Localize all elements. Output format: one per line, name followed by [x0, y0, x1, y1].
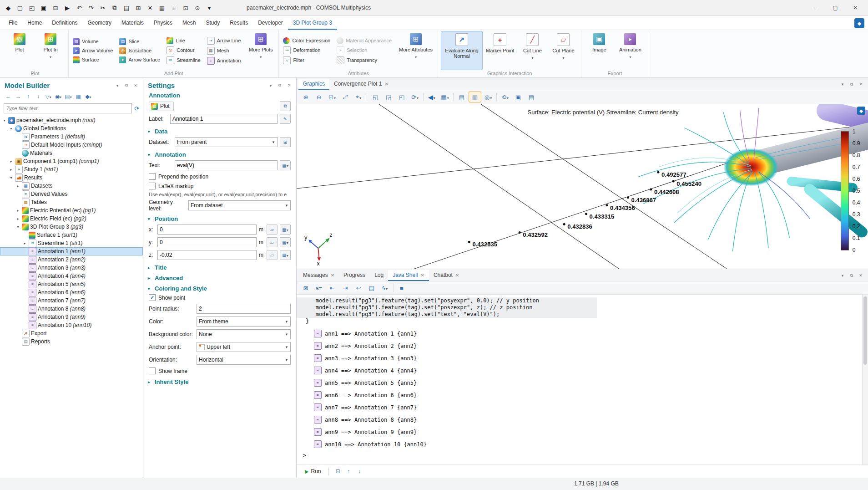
titlebar-tool-icon[interactable]: ▾: [204, 2, 215, 13]
console-prompt[interactable]: >: [297, 452, 868, 460]
model-builder-tool-icon[interactable]: →: [14, 92, 23, 101]
section-header-title[interactable]: ▸ Title: [143, 261, 296, 272]
color-select[interactable]: From theme ▼: [197, 316, 291, 327]
graphics-tool-icon[interactable]: ⊖: [313, 92, 325, 102]
java-shell-tool-icon[interactable]: ϟ: [378, 282, 391, 293]
console-tab[interactable]: Messages ✕: [298, 270, 339, 281]
tree-item[interactable]: ▸ Electric Potential (ec) (pg1): [0, 206, 143, 214]
java-shell-tool-icon[interactable]: ⊠: [299, 282, 312, 293]
graphics-tool-icon[interactable]: ▦: [439, 92, 451, 102]
ribbon-item[interactable]: Selection: [335, 46, 393, 55]
ribbon-big-button[interactable]: More Attributes: [397, 31, 435, 70]
titlebar-tool-icon[interactable]: ▦: [156, 2, 167, 13]
titlebar-tool-icon[interactable]: ⊞: [133, 2, 144, 13]
graphics-tab[interactable]: Convergence Plot 1 ✕: [329, 79, 393, 90]
graphics-tool-icon[interactable]: ◎: [482, 92, 495, 102]
model-builder-tool-icon[interactable]: ◆: [84, 92, 93, 101]
graphics-tool-icon[interactable]: ◲: [382, 92, 395, 102]
section-header-coloring[interactable]: ▾ Coloring and Style: [143, 282, 296, 293]
section-header-annotation[interactable]: ▾ Annotation: [143, 148, 296, 159]
titlebar-tool-icon[interactable]: ↶: [74, 2, 85, 13]
tree-item[interactable]: ▸ Study 1 (std1): [0, 165, 143, 174]
close-icon[interactable]: ✕: [384, 82, 388, 87]
ribbon-item[interactable]: Contour: [165, 46, 202, 55]
tree-item[interactable]: Export: [0, 329, 143, 337]
ribbon-big-button[interactable]: Animation: [615, 31, 645, 70]
tree-item[interactable]: Default Model Inputs (cminpt): [0, 141, 143, 149]
tree-item[interactable]: Tables: [0, 198, 143, 206]
graphics-tool-icon[interactable]: ▣: [512, 92, 525, 102]
titlebar-tool-icon[interactable]: ▣: [38, 2, 49, 13]
refresh-icon[interactable]: ⟳: [134, 105, 139, 112]
panel-control-icon[interactable]: ▾: [839, 272, 846, 279]
run-bar-icon[interactable]: ↓: [355, 467, 364, 476]
dataset-select[interactable]: From parent ▼: [175, 137, 278, 147]
close-icon[interactable]: ✕: [455, 273, 459, 278]
section-header-data[interactable]: ▾ Data: [143, 125, 296, 136]
ribbon-tab[interactable]: Materials: [116, 17, 149, 30]
ribbon-tab[interactable]: Study: [201, 17, 225, 30]
tree-item[interactable]: ▸ Electric Field (ec) (pg2): [0, 214, 143, 223]
panel-control-icon[interactable]: ⧉: [276, 82, 283, 89]
tree-item[interactable]: Reports: [0, 337, 143, 346]
plot-in-window-icon[interactable]: ⧉: [280, 101, 291, 111]
ribbon-big-button[interactable]: Marker Point: [484, 31, 516, 70]
ribbon-item[interactable]: Slice: [118, 38, 161, 46]
ribbon-item[interactable]: Line: [165, 37, 202, 45]
ribbon-tab[interactable]: Mesh: [177, 17, 201, 30]
ribbon-big-button[interactable]: Image: [584, 31, 614, 70]
ribbon-item[interactable]: Volume: [71, 38, 114, 46]
expression-menu-icon[interactable]: ▦: [280, 225, 291, 235]
latex-markup-checkbox[interactable]: [149, 183, 156, 189]
panel-control-icon[interactable]: ?: [285, 82, 293, 89]
range-icon[interactable]: ▱: [267, 250, 278, 260]
titlebar-tool-icon[interactable]: ≡: [168, 2, 179, 13]
panel-control-icon[interactable]: ⧉: [848, 272, 855, 279]
tree-item[interactable]: Parameters 1 (default): [0, 133, 143, 141]
graphics-tool-icon[interactable]: ⊕: [299, 92, 312, 102]
console-tab[interactable]: Chatbot ✕: [429, 270, 464, 281]
tree-item[interactable]: Annotation 3 (ann3): [0, 264, 143, 272]
tree-item[interactable]: Annotation 7 (ann7): [0, 296, 143, 305]
panel-control-icon[interactable]: ▾: [839, 81, 846, 88]
tree-expander-icon[interactable]: ▾: [9, 176, 14, 180]
tree-expander-icon[interactable]: ▸: [15, 184, 20, 188]
model-builder-tool-icon[interactable]: ▤: [64, 92, 73, 101]
tree-expander-icon[interactable]: ▸: [9, 168, 14, 172]
ribbon-big-button[interactable]: Evaluate Along Normal: [441, 31, 483, 70]
panel-control-icon[interactable]: ✕: [857, 81, 864, 88]
graphics-tool-icon[interactable]: ▤: [455, 92, 468, 102]
insert-expression-icon[interactable]: ▦: [280, 160, 291, 170]
tree-item[interactable]: ▸ Datasets: [0, 182, 143, 190]
run-button[interactable]: Run: [301, 467, 324, 475]
point-radius-input[interactable]: [197, 304, 291, 314]
section-header-inherit-style[interactable]: ▸ Inherit Style: [143, 376, 296, 386]
java-shell-tool-icon[interactable]: ⇤: [326, 282, 338, 293]
graphics-tool-icon[interactable]: ◰: [395, 92, 408, 102]
graphics-tool-icon[interactable]: ⤢: [339, 92, 352, 102]
ribbon-item[interactable]: Isosurface: [118, 47, 161, 55]
tree-item[interactable]: Surface 1 (surf1): [0, 231, 143, 239]
range-icon[interactable]: ▱: [267, 237, 278, 247]
ribbon-tab[interactable]: File: [4, 17, 22, 30]
ribbon-tab[interactable]: Physics: [149, 17, 177, 30]
annotation-text-input[interactable]: [175, 160, 278, 170]
java-shell-tool-icon[interactable]: ⇥: [339, 282, 352, 293]
ribbon-item[interactable]: Transparency: [335, 56, 393, 65]
model-builder-tool-icon[interactable]: ◉: [54, 92, 63, 101]
ribbon-item[interactable]: Filter: [282, 56, 332, 65]
graphics-tool-icon[interactable]: ⟲: [499, 92, 511, 102]
console-tab[interactable]: Progress ✕: [339, 270, 370, 281]
rename-icon[interactable]: ✎: [280, 114, 291, 124]
plot-area[interactable]: Surface: Electric potential (V) Streamli…: [297, 104, 868, 269]
java-shell-tool-icon[interactable]: ↩: [352, 282, 365, 293]
ribbon-item[interactable]: Arrow Line: [206, 36, 242, 45]
titlebar-tool-icon[interactable]: ✂: [97, 2, 108, 13]
ribbon-item[interactable]: Surface: [71, 56, 114, 64]
run-bar-icon[interactable]: ⊡: [333, 467, 342, 476]
titlebar-tool-icon[interactable]: ⧉: [109, 2, 120, 13]
tree-item[interactable]: Annotation 4 (ann4): [0, 272, 143, 280]
ribbon-item[interactable]: Color Expression: [282, 37, 332, 45]
panel-control-icon[interactable]: ▾: [114, 82, 121, 89]
ribbon-item[interactable]: Arrow Volume: [71, 47, 114, 55]
